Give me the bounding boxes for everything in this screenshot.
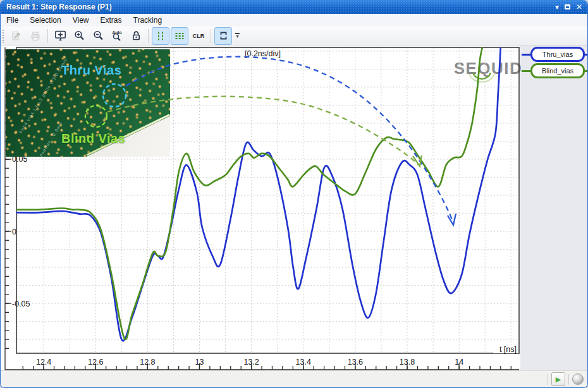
toolbar-separator (211, 29, 211, 43)
toolbar-grip[interactable] (2, 29, 5, 43)
maximize-window-icon[interactable] (565, 4, 570, 9)
menu-bar: File Selection View Extras Tracking (1, 14, 587, 27)
collapse-window-icon[interactable]: ▾ (555, 0, 559, 14)
clear-markers-label: CLR (192, 33, 204, 39)
app-window: Result 1: Step Response (P1) ▾ ✕ File Se… (0, 0, 588, 388)
blind-vias-label: Blind Vias (61, 131, 125, 146)
legend-label: Thru_vias (542, 51, 573, 58)
x-tick-label: 13.2 (243, 358, 259, 367)
fit-view-button[interactable] (51, 27, 69, 45)
zoom-in-icon (73, 30, 85, 42)
y-tick-label: -0.05 (12, 300, 30, 308)
legend-item-thru-vias[interactable]: Thru_vias (522, 47, 588, 61)
x-tick-label: 14 (455, 358, 463, 367)
window-title: Result 1: Step Response (P1) (6, 0, 112, 14)
legend-line (522, 54, 530, 56)
lock-button[interactable] (127, 27, 145, 45)
menu-view[interactable]: View (67, 14, 95, 27)
fit-view-icon (54, 30, 66, 42)
horizontal-markers-icon (174, 30, 185, 42)
status-bar: ▶ (1, 370, 587, 387)
scale-annotation: [0.2ns/div] (245, 49, 281, 58)
export-icon (11, 30, 22, 42)
legend-item-blind-vias[interactable]: Blind_vias (522, 64, 588, 78)
print-button[interactable] (27, 27, 44, 45)
x-tick-label: 13.6 (348, 358, 363, 367)
split-limits-toggle[interactable] (214, 27, 232, 45)
horizontal-markers-toggle[interactable] (171, 27, 188, 45)
title-bar[interactable]: Result 1: Step Response (P1) ▾ ✕ (1, 0, 587, 14)
x-tick-label: 13 (195, 358, 204, 367)
x-axis-title: t [ns] (499, 345, 517, 354)
lock-icon (130, 30, 142, 42)
x-tick-label: 12.4 (36, 358, 51, 367)
vertical-markers-icon (155, 30, 166, 42)
x-tick-label: 12.8 (140, 358, 155, 367)
chart-area: SEQUID12.412.612.81313.213.413.613.8140.… (1, 45, 588, 371)
toolbar: Auto CLR (1, 27, 587, 45)
status-led-indicator (572, 373, 584, 385)
sequid-watermark: SEQUID (454, 59, 523, 78)
thru-vias-label: Thru Vias (61, 63, 121, 78)
printer-icon (30, 30, 41, 42)
zoom-auto-icon: Auto (111, 30, 123, 42)
x-tick-label: 12.6 (88, 358, 103, 367)
menu-selection[interactable]: Selection (24, 14, 66, 27)
pcb-inset-photo: blind vias L1-L2 drills 0.3/0.65mm compe… (6, 49, 170, 157)
close-window-icon[interactable]: ✕ (576, 0, 582, 14)
y-tick-label: 0 (12, 227, 16, 236)
toolbar-separator (148, 29, 149, 43)
play-icon: ▶ (556, 375, 561, 384)
legend-line (585, 54, 588, 56)
x-tick-label: 13.4 (296, 358, 311, 367)
zoom-out-icon (92, 30, 104, 42)
split-limits-icon (217, 30, 230, 42)
x-tick-label: 13.8 (400, 358, 415, 367)
menu-extras[interactable]: Extras (95, 14, 128, 27)
zoom-out-button[interactable] (89, 27, 107, 45)
export-button[interactable] (8, 27, 25, 45)
legend-line (522, 70, 530, 72)
clear-markers-button[interactable]: CLR (190, 27, 207, 45)
legend-label: Blind_vias (542, 67, 573, 75)
zoom-auto-button[interactable]: Auto (108, 27, 126, 45)
vertical-markers-toggle[interactable] (152, 27, 169, 45)
toolbar-overflow-button[interactable]: ▾ (235, 33, 240, 39)
toolbar-separator (47, 29, 48, 43)
statusbar-separator (548, 374, 548, 385)
legend-line (585, 70, 588, 72)
statusbar-separator (568, 374, 569, 385)
menu-tracking[interactable]: Tracking (128, 14, 168, 27)
zoom-in-button[interactable] (70, 27, 88, 45)
play-button[interactable]: ▶ (551, 372, 565, 386)
menu-file[interactable]: File (1, 14, 24, 27)
